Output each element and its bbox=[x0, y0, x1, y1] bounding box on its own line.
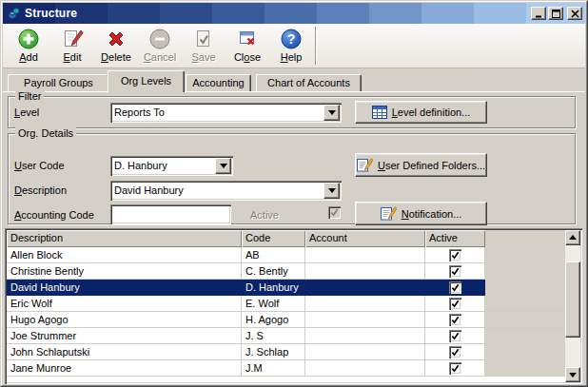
toolbar-edit-button[interactable]: Edit bbox=[50, 26, 94, 66]
description-value: David Hanbury bbox=[114, 184, 323, 198]
vertical-scrollbar[interactable] bbox=[565, 230, 580, 382]
cell-account bbox=[305, 312, 425, 328]
table-row[interactable]: Jane MunroeJ.M bbox=[7, 360, 565, 377]
accounting-code-input[interactable] bbox=[110, 204, 231, 224]
title-bar[interactable]: Structure bbox=[3, 3, 585, 24]
table-row[interactable]: Eric WolfE. Wolf bbox=[7, 296, 565, 312]
cell-filler bbox=[485, 247, 565, 263]
toolbar-help-label: Help bbox=[281, 51, 303, 64]
tab-org-levels[interactable]: Org Levels bbox=[108, 70, 185, 92]
close-button[interactable] bbox=[567, 7, 582, 20]
org-levels-grid: DescriptionCodeAccountActive Allen Block… bbox=[5, 228, 582, 384]
level-definition-button[interactable]: Level definition... bbox=[355, 101, 487, 124]
cell-active bbox=[425, 360, 485, 377]
column-header-active[interactable]: Active bbox=[425, 230, 485, 247]
toolbar-edit-label: Edit bbox=[64, 51, 82, 64]
table-row[interactable]: Allen BlockAB bbox=[7, 247, 565, 263]
cell-active bbox=[425, 263, 485, 280]
cell-account bbox=[305, 344, 425, 360]
tab-chart-of-accounts[interactable]: Chart of Accounts bbox=[256, 74, 362, 91]
active-label: Active bbox=[250, 208, 279, 222]
maximize-button[interactable] bbox=[548, 7, 563, 20]
active-checkbox[interactable] bbox=[449, 330, 461, 342]
cell-code: E. Wolf bbox=[242, 296, 305, 312]
grid-inner: DescriptionCodeAccountActive Allen Block… bbox=[7, 230, 580, 382]
scroll-up-icon[interactable] bbox=[565, 230, 580, 245]
cell-description: Eric Wolf bbox=[7, 296, 242, 312]
cell-account bbox=[305, 263, 425, 280]
toolbar-help-button[interactable]: ?Help bbox=[269, 26, 313, 66]
notification-label: Notification... bbox=[402, 208, 462, 220]
cell-code: J. S bbox=[242, 328, 305, 344]
tab-accounting[interactable]: Accounting bbox=[186, 74, 251, 91]
cell-description: Hugo Agogo bbox=[7, 312, 242, 328]
active-checkbox[interactable] bbox=[449, 314, 461, 326]
cell-active bbox=[425, 247, 485, 263]
scrollbar-thumb[interactable] bbox=[565, 261, 580, 338]
active-checkbox[interactable] bbox=[449, 281, 461, 294]
column-header-description[interactable]: Description bbox=[7, 230, 242, 247]
table-row[interactable]: John SchlaputskiJ. Schlap bbox=[7, 344, 565, 360]
cell-active bbox=[425, 296, 485, 312]
chevron-down-icon[interactable] bbox=[323, 105, 340, 121]
cell-description: John Schlaputski bbox=[7, 344, 242, 360]
delete-icon bbox=[104, 27, 128, 51]
cell-filler bbox=[485, 360, 565, 377]
chevron-down-icon[interactable] bbox=[323, 183, 340, 199]
toolbar-delete-button[interactable]: Delete bbox=[94, 26, 138, 66]
level-combobox[interactable]: Reports To bbox=[110, 103, 342, 123]
toolbar-save-button: Save bbox=[182, 26, 225, 66]
cell-filler bbox=[485, 312, 565, 328]
cell-code: AB bbox=[242, 247, 305, 263]
grid-rows: Allen BlockABChristine BentlyC. BentlyDa… bbox=[7, 247, 565, 377]
save-icon bbox=[191, 27, 216, 51]
notepad-pencil-icon bbox=[381, 206, 397, 221]
chevron-down-icon[interactable] bbox=[215, 158, 231, 174]
table-row[interactable]: Hugo AgogoH. Agogo bbox=[7, 312, 565, 328]
cell-code: H. Agogo bbox=[242, 312, 305, 328]
description-combobox[interactable]: David Hanbury bbox=[110, 181, 342, 201]
level-definition-label: Level definition... bbox=[392, 106, 471, 118]
active-checkbox[interactable] bbox=[449, 346, 461, 358]
tab-payroll-groups[interactable]: Payroll Groups bbox=[8, 74, 109, 91]
cell-filler bbox=[485, 344, 565, 360]
active-checkbox[interactable] bbox=[449, 298, 461, 310]
user-code-combobox[interactable]: D. Hanbury bbox=[110, 156, 233, 176]
grid-header-row: DescriptionCodeAccountActive bbox=[7, 230, 565, 247]
table-row[interactable]: Christine BentlyC. Bently bbox=[7, 263, 565, 280]
grid-table: DescriptionCodeAccountActive Allen Block… bbox=[7, 230, 565, 382]
active-checkbox[interactable] bbox=[449, 249, 461, 261]
notification-button[interactable]: Notification... bbox=[355, 202, 487, 225]
cell-active bbox=[425, 312, 485, 328]
cell-filler bbox=[485, 263, 565, 280]
cell-account bbox=[305, 247, 425, 263]
filter-groupbox: Filter Level Reports To Level definition… bbox=[8, 96, 576, 128]
toolbar: AddEditDeleteCancelSaveClose?Help bbox=[3, 24, 585, 68]
toolbar-save-label: Save bbox=[191, 51, 215, 64]
add-icon bbox=[16, 27, 41, 51]
table-row[interactable]: Joe StrummerJ. S bbox=[7, 328, 565, 344]
toolbar-add-button[interactable]: Add bbox=[7, 26, 50, 66]
user-defined-folders-button[interactable]: User Defined Folders... bbox=[355, 153, 487, 177]
minimize-button[interactable] bbox=[531, 7, 546, 20]
user-code-value: D. Hanbury bbox=[114, 159, 214, 173]
tab-panel: Filter Level Reports To Level definition… bbox=[3, 91, 585, 384]
cell-filler bbox=[485, 296, 565, 312]
filter-legend: Filter bbox=[15, 90, 44, 103]
cell-account bbox=[305, 360, 425, 377]
cell-description: Christine Bently bbox=[7, 263, 242, 280]
toolbar-close-button[interactable]: Close bbox=[225, 26, 269, 66]
column-header-account[interactable]: Account bbox=[305, 230, 425, 247]
client-area: Payroll GroupsOrg LevelsAccountingChart … bbox=[3, 69, 585, 384]
toolbar-cancel-label: Cancel bbox=[144, 51, 176, 64]
cell-code: D. Hanbury bbox=[242, 280, 305, 296]
scroll-down-icon[interactable] bbox=[565, 367, 580, 382]
table-row[interactable]: David HanburyD. Hanbury bbox=[7, 280, 565, 296]
active-checkbox[interactable] bbox=[449, 265, 461, 278]
level-label: Level bbox=[14, 106, 39, 119]
column-header-code[interactable]: Code bbox=[242, 230, 305, 247]
user-code-label: User Code bbox=[14, 159, 65, 172]
cell-active bbox=[425, 280, 485, 296]
active-checkbox[interactable] bbox=[449, 362, 461, 375]
cell-filler bbox=[485, 328, 565, 344]
